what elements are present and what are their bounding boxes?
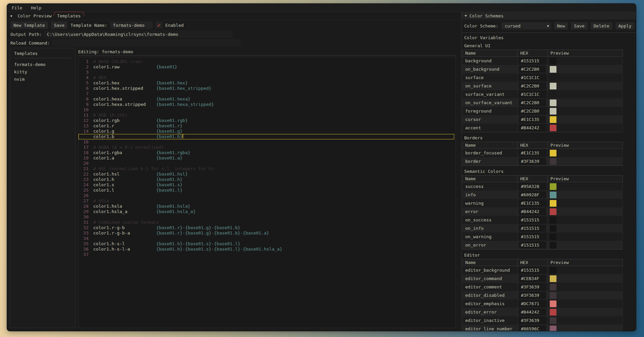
variable-name-cell: editor_error — [463, 308, 518, 316]
template-name-label: Template Name: — [70, 23, 107, 28]
hex-input[interactable]: #CEB34F — [519, 275, 546, 282]
color-swatch[interactable] — [550, 326, 556, 332]
save-template-button[interactable]: Save — [51, 21, 67, 29]
hex-cell: #151515 — [518, 216, 548, 224]
hex-input[interactable]: #C2C2B0 — [519, 99, 546, 106]
hex-input[interactable]: #95A328 — [519, 183, 546, 190]
color-swatch[interactable] — [550, 208, 556, 215]
hex-input[interactable]: #B44242 — [519, 208, 546, 215]
menu-item-file[interactable]: File — [12, 5, 26, 11]
new-scheme-button[interactable]: New — [554, 22, 568, 29]
hex-input[interactable]: #1C1C1C — [519, 91, 546, 98]
hex-input[interactable]: #1C1C1C — [519, 74, 546, 81]
color-schemes-panel: ▼ Color Schemes Color Scheme: cursed ▼ N… — [461, 12, 636, 331]
format-value: {base01.hsla_a} — [156, 209, 196, 214]
line-number: 7 — [78, 91, 89, 96]
hex-input[interactable]: #C2C2B0 — [519, 82, 546, 89]
hex-input[interactable]: #E1C135 — [519, 200, 546, 207]
save-scheme-button[interactable]: Save — [571, 22, 587, 29]
hex-input[interactable]: #151515 — [519, 267, 546, 274]
color-swatch[interactable] — [550, 225, 556, 232]
color-swatch[interactable] — [550, 183, 556, 190]
new-template-button[interactable]: New Template — [10, 21, 48, 29]
preview-cell — [548, 149, 623, 157]
color-swatch[interactable] — [550, 125, 556, 131]
hex-input[interactable]: #151515 — [519, 57, 546, 64]
template-list-item-nvim[interactable]: nvim — [14, 76, 75, 83]
table-row-editor_comment: editor_comment#3F3639 — [463, 283, 623, 291]
hex-input[interactable]: #3F3639 — [519, 292, 546, 299]
apply-scheme-button[interactable]: Apply — [615, 22, 635, 29]
color-swatch[interactable] — [550, 309, 556, 316]
table-row-on_info: on_info#151515 — [463, 224, 623, 232]
color-swatch[interactable] — [550, 74, 556, 81]
color-swatch[interactable] — [550, 217, 556, 223]
color-swatch[interactable] — [550, 116, 556, 123]
hex-input[interactable]: #3F3639 — [519, 283, 546, 290]
hex-cell: #3F3639 — [518, 291, 548, 299]
color-swatch[interactable] — [550, 66, 556, 73]
template-list-item-kitty[interactable]: kitty — [14, 68, 75, 76]
delete-scheme-button[interactable]: Delete — [591, 22, 612, 29]
tab-color-preview[interactable]: Color Preview — [15, 13, 54, 19]
color-swatch[interactable] — [550, 317, 556, 324]
template-editor[interactable]: 1# BASE COLORS (raw)2color1.raw{base01}3… — [78, 57, 456, 328]
color-swatch[interactable] — [550, 158, 556, 165]
color-scheme-dropdown[interactable]: cursed ▼ — [501, 22, 551, 29]
color-swatch[interactable] — [550, 267, 556, 274]
hex-input[interactable]: #C2C2B0 — [519, 66, 546, 73]
tab-templates[interactable]: Templates — [54, 13, 83, 19]
color-swatch[interactable] — [550, 91, 556, 98]
hex-cell: #B44242 — [518, 124, 548, 132]
hex-input[interactable]: #B44242 — [519, 309, 546, 316]
format-key: color1.rgb — [93, 118, 156, 123]
hex-input[interactable]: #86596C — [519, 325, 546, 331]
format-key: color1.b — [93, 134, 156, 139]
hex-input[interactable]: #60928F — [519, 191, 546, 198]
color-swatch[interactable] — [550, 83, 556, 89]
hex-input[interactable]: #151515 — [519, 216, 546, 223]
variable-name-cell: editor_inactive — [463, 316, 518, 325]
editor-line: 31# Combined custom formats — [78, 220, 454, 225]
color-swatch[interactable] — [550, 292, 556, 299]
hex-input[interactable]: #151515 — [519, 242, 546, 249]
menu-item-help[interactable]: Help — [31, 5, 45, 11]
hex-input[interactable]: #E1C135 — [519, 149, 546, 156]
color-swatch[interactable] — [550, 58, 556, 64]
line-number: 5 — [78, 80, 89, 86]
template-name-input[interactable]: formats-demo — [110, 21, 153, 29]
enabled-checkbox[interactable]: ✔ — [156, 22, 162, 28]
editor-line: 19color1.a{base01.a} — [78, 155, 454, 161]
output-path-input[interactable]: C:\Users\user\AppData\Roaming\clrsync\fo… — [44, 30, 233, 38]
hex-input[interactable]: #3F3639 — [519, 317, 546, 324]
format-key: color1.hsla — [93, 204, 156, 209]
color-swatch[interactable] — [550, 284, 556, 290]
variable-name-cell: surface — [463, 73, 518, 82]
line-number: 35 — [78, 241, 89, 247]
hex-input[interactable]: #DC7671 — [519, 300, 546, 307]
color-swatch[interactable] — [550, 242, 556, 249]
color-swatch[interactable] — [550, 99, 556, 106]
color-swatch[interactable] — [550, 200, 556, 207]
hex-input[interactable]: #3F3639 — [519, 158, 546, 165]
hex-input[interactable]: #151515 — [519, 233, 546, 240]
color-swatch[interactable] — [550, 150, 556, 156]
color-swatch[interactable] — [550, 233, 556, 240]
hex-input[interactable]: #E1C135 — [519, 116, 546, 123]
reload-command-input[interactable] — [52, 39, 240, 47]
table-row-error: error#B44242 — [463, 207, 623, 216]
color-swatch[interactable] — [550, 108, 556, 115]
hex-input[interactable]: #C2C2B0 — [519, 108, 546, 115]
hex-input[interactable]: #B44242 — [519, 124, 546, 131]
editor-line: 34 — [78, 236, 454, 241]
color-swatch[interactable] — [550, 192, 556, 198]
line-number: 16 — [78, 139, 89, 145]
hex-input[interactable]: #151515 — [519, 225, 546, 232]
hex-cell: #1C1C1C — [518, 90, 548, 98]
variable-name-cell: editor_line_number — [463, 325, 518, 331]
collapse-arrow-icon[interactable]: ▼ — [10, 14, 12, 18]
template-list-item-formats-demo[interactable]: formats-demo — [14, 61, 75, 68]
color-swatch[interactable] — [550, 275, 556, 282]
color-swatch[interactable] — [550, 300, 556, 307]
color-schemes-header[interactable]: ▼ Color Schemes — [462, 12, 636, 19]
